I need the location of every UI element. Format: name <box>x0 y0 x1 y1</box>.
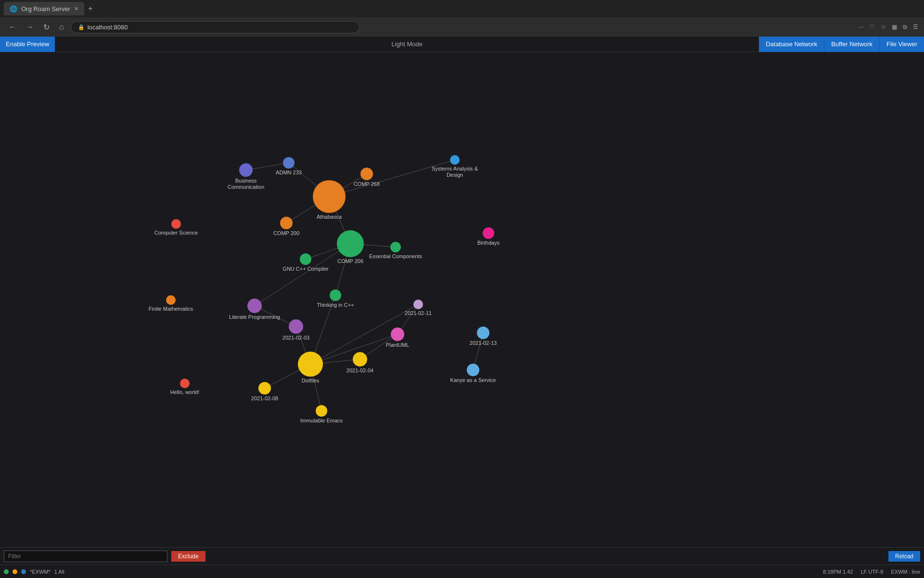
status-encoding: LF UTF-8 <box>860 569 883 575</box>
node-label: Design <box>447 172 463 178</box>
node-label: GNU C++ Compiler <box>282 266 329 272</box>
new-tab-button[interactable]: + <box>84 4 96 13</box>
enable-preview-button[interactable]: Enable Preview <box>0 37 55 52</box>
graph-node[interactable]: Thinking in C++ <box>317 289 354 308</box>
graph-node[interactable]: Hello, world! <box>170 379 200 395</box>
graph-node[interactable]: Athabasca <box>313 180 346 220</box>
node-circle <box>450 155 460 165</box>
status-time: 8:18PM 1.42 <box>823 569 853 575</box>
node-label: 2021-02-04 <box>346 368 373 373</box>
node-label: 2021-02-08 <box>251 395 278 401</box>
node-label: Finite Mathematics <box>149 306 193 312</box>
node-label: Athabasca <box>317 214 342 220</box>
node-label: ADMN 233 <box>276 170 302 175</box>
reload-button[interactable]: Reload <box>888 551 920 562</box>
node-circle <box>171 219 181 229</box>
graph-node[interactable]: COMP 200 <box>273 217 299 236</box>
workspace-label: *EXWM* <box>30 569 51 575</box>
light-mode-text: Light Mode <box>392 40 423 48</box>
exclude-button[interactable]: Exclude <box>171 551 205 562</box>
graph-node[interactable]: 2021-02-11 <box>405 300 432 316</box>
node-label: Immutable Emacs <box>300 418 343 423</box>
tab-favicon: 🌐 <box>10 5 17 13</box>
node-label: PlantUML <box>386 342 409 348</box>
status-dot-blue <box>21 569 26 574</box>
graph-node[interactable]: 2021-02-08 <box>251 382 278 401</box>
node-circle <box>477 327 489 339</box>
node-label: Computer Science <box>154 230 198 236</box>
node-circle <box>391 328 404 341</box>
tab-bar: 🌐 Org Roam Server ✕ + <box>0 0 924 17</box>
node-circle <box>353 352 367 367</box>
node-circle <box>280 217 293 229</box>
status-left: *EXWM* 1 All <box>4 569 64 575</box>
status-bar: *EXWM* 1 All 8:18PM 1.42 LF UTF-8 EXWM :… <box>0 565 924 578</box>
node-circle <box>360 168 373 180</box>
filter-input[interactable] <box>4 551 167 562</box>
favorites-icon[interactable]: ♡ <box>870 24 875 30</box>
graph-node[interactable]: Computer Science <box>154 219 198 236</box>
node-label: Communication <box>228 184 264 190</box>
forward-button[interactable]: → <box>23 22 37 32</box>
buffer-network-button[interactable]: Buffer Network <box>824 37 879 52</box>
light-mode-label: Light Mode <box>55 40 759 48</box>
node-circle <box>283 157 295 169</box>
node-label: Birthdays <box>477 240 500 246</box>
graph-node[interactable]: 2021-02-04 <box>346 352 373 373</box>
graph-node[interactable]: Immutable Emacs <box>300 405 343 423</box>
graph-node[interactable]: 2021-02-03 <box>282 319 309 341</box>
node-circle <box>289 319 303 334</box>
node-label: Dotfiles <box>302 378 320 383</box>
graph-node[interactable]: PlantUML <box>386 328 409 348</box>
graph-node[interactable]: BusinessCommunication <box>228 163 264 190</box>
node-label: Business <box>235 178 257 184</box>
address-input[interactable]: 🔒 localhost:8080 <box>71 21 359 33</box>
graph-node[interactable]: ADMN 233 <box>276 157 302 175</box>
file-viewer-button[interactable]: File Viewer <box>879 37 924 52</box>
node-circle <box>258 382 271 394</box>
node-circle <box>166 295 176 305</box>
node-label: Systems Analysis & <box>432 166 478 171</box>
node-label: 2021-02-13 <box>470 340 497 346</box>
node-circle <box>316 405 327 417</box>
node-label: Thinking in C++ <box>317 302 354 308</box>
tab-close-button[interactable]: ✕ <box>74 6 78 12</box>
database-network-button[interactable]: Database Network <box>759 37 824 52</box>
split-icon[interactable]: ⧉ <box>903 24 907 30</box>
node-circle <box>298 352 323 377</box>
browser-chrome: 🌐 Org Roam Server ✕ + ← → ↻ ⌂ 🔒 localhos… <box>0 0 924 37</box>
active-tab[interactable]: 🌐 Org Roam Server ✕ <box>4 2 84 15</box>
app-toolbar: Enable Preview Light Mode Database Netwo… <box>0 37 924 52</box>
graph-node[interactable]: COMP 268 <box>354 168 380 187</box>
node-circle <box>180 379 190 388</box>
tab-title: Org Roam Server <box>21 5 70 13</box>
more-options-icon[interactable]: ··· <box>859 24 864 30</box>
graph-node[interactable]: Systems Analysis &Design <box>432 155 478 178</box>
graph-node[interactable]: Finite Mathematics <box>149 295 193 312</box>
desktop-label: 1 All <box>54 569 64 575</box>
node-circle <box>483 227 494 239</box>
address-text: localhost:8080 <box>88 24 128 31</box>
node-label: Kanye as a Service <box>450 377 496 383</box>
graph-node[interactable]: 2021-02-13 <box>470 327 497 346</box>
node-circle <box>390 242 401 252</box>
home-button[interactable]: ⌂ <box>56 22 67 32</box>
node-label: COMP 206 <box>337 258 363 264</box>
graph-node[interactable]: Essential Components <box>369 242 423 259</box>
node-circle <box>467 364 479 376</box>
graph-node[interactable]: Literate Programming <box>229 299 280 320</box>
graph-node[interactable]: Birthdays <box>477 227 500 246</box>
graph-node[interactable]: Kanye as a Service <box>450 364 496 383</box>
graph-node[interactable]: Dotfiles <box>298 352 323 383</box>
node-circle <box>337 230 364 257</box>
menu-icon[interactable]: ☰ <box>913 24 918 30</box>
status-right: 8:18PM 1.42 LF UTF-8 EXWM : line <box>823 569 920 575</box>
bookmark-icon[interactable]: ☆ <box>881 24 886 30</box>
reload-button[interactable]: ↻ <box>40 22 52 33</box>
node-circle <box>239 163 253 177</box>
graph-node[interactable]: COMP 206 <box>337 230 364 264</box>
network-canvas: BusinessCommunicationADMN 233COMP 268Ath… <box>0 52 924 557</box>
collections-icon[interactable]: ▦ <box>892 24 897 30</box>
node-label: Hello, world! <box>170 389 200 395</box>
back-button[interactable]: ← <box>6 22 19 32</box>
